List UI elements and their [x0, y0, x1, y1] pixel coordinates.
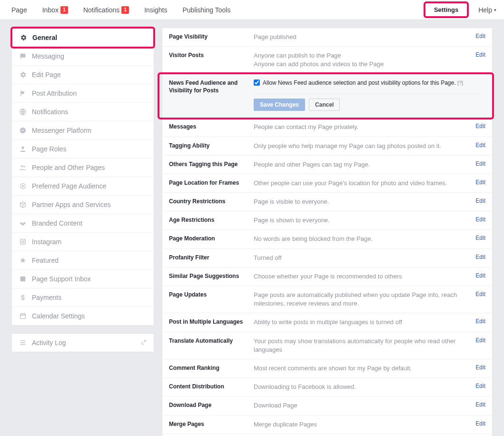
- sidebar-item-messenger-platform[interactable]: Messenger Platform: [12, 121, 154, 140]
- sidebar-item-activity-log[interactable]: Activity Log: [12, 334, 154, 352]
- comment-icon: [19, 52, 27, 60]
- gear-icon: [19, 33, 28, 42]
- nav-notifications[interactable]: Notifications1: [76, 0, 137, 20]
- row-profanity-filter: Profanity Filter Turned off Edit: [162, 249, 492, 268]
- svg-point-7: [22, 241, 24, 243]
- sidebar-item-instagram[interactable]: Instagram: [12, 233, 154, 251]
- edit-link[interactable]: Edit: [472, 291, 485, 297]
- sidebar-item-page-support-inbox[interactable]: Page Support Inbox: [12, 270, 154, 288]
- arrow-out-icon: [140, 339, 147, 347]
- row-translate-automatically: Translate Automatically Your posts may s…: [162, 332, 492, 359]
- nav-help[interactable]: Help▾: [471, 0, 504, 20]
- sidebar-item-notifications[interactable]: Notifications: [12, 103, 154, 121]
- allow-newsfeed-checkbox[interactable]: [254, 79, 260, 86]
- svg-point-3: [23, 166, 25, 167]
- row-remove-page: Remove Page Delete your Page Edit: [162, 434, 492, 436]
- help-link[interactable]: [?]: [457, 80, 463, 86]
- settings-main: Page Visibility Page published Edit Visi…: [162, 28, 493, 436]
- edit-link[interactable]: Edit: [472, 337, 485, 344]
- sidebar-item-post-attribution[interactable]: Post Attribution: [12, 84, 154, 103]
- handshake-icon: [19, 219, 27, 228]
- edit-link[interactable]: Edit: [472, 123, 485, 129]
- row-visitor-posts: Visitor Posts Anyone can publish to the …: [162, 47, 492, 74]
- svg-point-8: [24, 240, 25, 240]
- edit-link[interactable]: Edit: [472, 142, 485, 149]
- sidebar-item-messaging[interactable]: Messaging: [12, 47, 154, 66]
- instagram-icon: [19, 238, 27, 246]
- edit-link[interactable]: Edit: [472, 364, 485, 371]
- edit-link[interactable]: Edit: [472, 383, 485, 389]
- svg-rect-10: [20, 314, 26, 318]
- edit-link[interactable]: Edit: [472, 216, 485, 223]
- sidebar-item-payments[interactable]: $ Payments: [12, 288, 154, 307]
- row-messages: Messages People can contact my Page priv…: [162, 118, 492, 137]
- star-icon: [19, 256, 27, 265]
- edit-link[interactable]: Edit: [472, 179, 485, 186]
- edit-link[interactable]: Edit: [472, 235, 485, 241]
- person-icon: [19, 145, 27, 153]
- badge-icon: 1: [60, 6, 68, 14]
- dollar-icon: $: [19, 293, 27, 302]
- row-page-visibility: Page Visibility Page published Edit: [162, 28, 492, 47]
- nav-settings[interactable]: Settings: [424, 1, 469, 18]
- messenger-icon: [19, 126, 27, 135]
- nav-inbox[interactable]: Inbox1: [35, 0, 76, 20]
- row-page-moderation: Page Moderation No words are being block…: [162, 230, 492, 248]
- edit-link[interactable]: Edit: [472, 51, 485, 58]
- row-country-restrictions: Country Restrictions Page is visible to …: [162, 193, 492, 211]
- row-news-feed-audience: News Feed Audience and Visibility for Po…: [162, 74, 492, 119]
- edit-link[interactable]: Edit: [472, 33, 485, 40]
- edit-link[interactable]: Edit: [472, 198, 485, 204]
- sidebar-item-partner-apps[interactable]: Partner Apps and Services: [12, 196, 154, 214]
- svg-rect-9: [20, 277, 26, 282]
- row-others-tagging: Others Tagging this Page People and othe…: [162, 156, 492, 174]
- edit-link[interactable]: Edit: [472, 160, 485, 167]
- row-tagging-ability: Tagging Ability Only people who help man…: [162, 137, 492, 156]
- svg-point-1: [21, 147, 24, 149]
- svg-point-5: [22, 185, 24, 187]
- row-page-location-frames: Page Location for Frames Other people ca…: [162, 174, 492, 193]
- row-comment-ranking: Comment Ranking Most recent comments are…: [162, 359, 492, 378]
- target-icon: [19, 182, 27, 190]
- top-nav: Page Inbox1 Notifications1 Insights Publ…: [0, 0, 504, 20]
- save-changes-button[interactable]: Save Changes: [254, 99, 305, 111]
- list-icon: [19, 338, 27, 347]
- svg-point-2: [21, 165, 23, 167]
- edit-link[interactable]: Edit: [472, 318, 485, 325]
- sidebar-item-edit-page[interactable]: Edit Page: [12, 66, 154, 84]
- edit-link[interactable]: Edit: [472, 254, 485, 260]
- sidebar-item-preferred-audience[interactable]: Preferred Page Audience: [12, 177, 154, 196]
- chevron-down-icon: ▾: [494, 8, 496, 12]
- sidebar-item-calendar-settings[interactable]: Calendar Settings: [12, 307, 154, 325]
- checkbox-label: Allow News Feed audience selection and p…: [263, 79, 463, 87]
- cancel-button[interactable]: Cancel: [309, 99, 340, 111]
- sidebar-item-people-other-pages[interactable]: People and Other Pages: [12, 159, 154, 177]
- edit-link[interactable]: Edit: [472, 420, 485, 427]
- row-similar-page-suggestions: Similar Page Suggestions Choose whether …: [162, 268, 492, 286]
- sidebar-item-featured[interactable]: Featured: [12, 251, 154, 270]
- nav-publishing-tools[interactable]: Publishing Tools: [175, 0, 238, 20]
- globe-icon: [19, 108, 27, 116]
- row-merge-pages: Merge Pages Merge duplicate Pages Edit: [162, 416, 492, 434]
- flag-icon: [19, 89, 27, 98]
- calendar-icon: [19, 312, 27, 320]
- row-post-multiple-languages: Post in Multiple Languages Ability to wr…: [162, 313, 492, 332]
- row-age-restrictions: Age Restrictions Page is shown to everyo…: [162, 211, 492, 230]
- sidebar-item-branded-content[interactable]: Branded Content: [12, 214, 154, 233]
- row-download-page: Download Page Download Page Edit: [162, 396, 492, 415]
- edit-link[interactable]: Edit: [472, 401, 485, 408]
- facebook-box-icon: [19, 275, 27, 283]
- sidebar-item-general[interactable]: General: [12, 29, 153, 47]
- people-icon: [19, 163, 27, 172]
- sidebar-item-page-roles[interactable]: Page Roles: [12, 140, 154, 159]
- settings-sidebar: General Messaging Edit Page Post Attribu…: [11, 28, 154, 436]
- row-content-distribution: Content Distribution Downloading to Face…: [162, 378, 492, 396]
- badge-icon: 1: [121, 6, 129, 14]
- value-text: Anyone can publish to the Page Anyone ca…: [250, 51, 472, 69]
- box-icon: [19, 200, 27, 209]
- row-page-updates: Page Updates Page posts are automaticall…: [162, 286, 492, 313]
- edit-link[interactable]: Edit: [472, 272, 485, 279]
- nav-page[interactable]: Page: [4, 0, 35, 20]
- gear-icon: [19, 70, 27, 79]
- nav-insights[interactable]: Insights: [137, 0, 175, 20]
